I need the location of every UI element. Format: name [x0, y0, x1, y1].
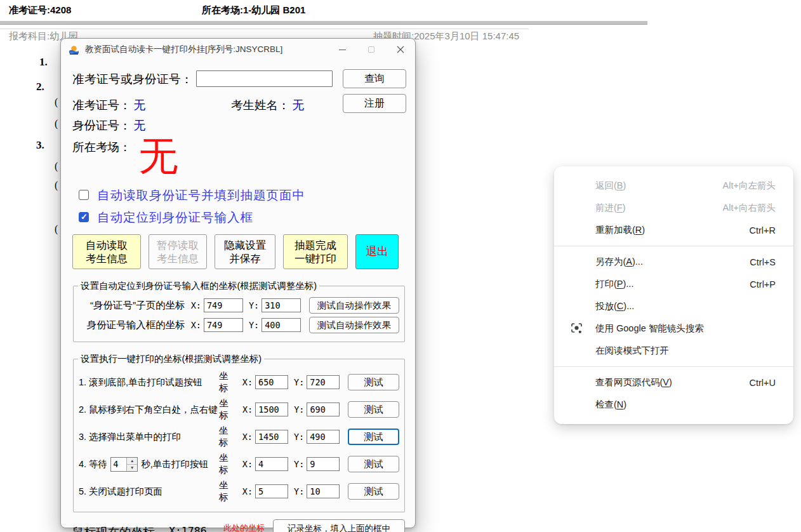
print-step5-label: 5. 关闭试题打印页面 — [79, 486, 218, 498]
idbox-coord-label: 身份证号输入框的坐标 — [79, 319, 185, 332]
step3-y-input[interactable] — [307, 430, 340, 444]
menu-item-view-source[interactable]: 查看网页源代码(V) Ctrl+U — [554, 371, 793, 394]
menu-item-inspect[interactable]: 检查(N) — [554, 394, 793, 416]
y-label: Y: — [294, 432, 304, 442]
record-coords-button[interactable]: 记录坐标，填入上面的框中 Alt+X键停止跟踪(X) — [273, 519, 405, 532]
dialog-title: 教资面试自动读卡一键打印外挂[序列号:JNSYCRBL] — [85, 44, 282, 55]
menu-item-back[interactable]: 返回(B) Alt+向左箭头 — [554, 175, 793, 197]
query-button[interactable]: 查询 — [343, 69, 406, 88]
subpage-y-input[interactable] — [261, 298, 301, 312]
locate-coords-group-title: 设置自动定位到身份证号输入框的坐标(根据测试调整坐标) — [78, 280, 319, 292]
test-auto-action-button[interactable]: 测试自动操作效果 — [309, 297, 399, 314]
minimize-button[interactable] — [328, 39, 357, 60]
close-icon — [397, 46, 404, 53]
step5-y-input[interactable] — [307, 484, 340, 498]
id-number-value: 无 — [134, 117, 146, 133]
x-label: X: — [242, 377, 253, 387]
option-row-autofill[interactable]: ✓ 自动读取身份证号并填到抽题页面中 — [72, 187, 406, 203]
minimize-icon — [339, 50, 346, 50]
spinner-down-icon[interactable]: ▼ — [127, 465, 137, 471]
coord-label: 坐标 — [219, 397, 237, 422]
step1-x-input[interactable] — [255, 375, 288, 389]
idbox-y-input[interactable] — [261, 318, 301, 332]
venue-value: 无 — [139, 136, 178, 176]
admission-value: 无 — [134, 97, 146, 113]
wait-seconds-input[interactable] — [111, 458, 126, 471]
x-label: X: — [242, 459, 253, 469]
mouse-coords-label: 鼠标现在的坐标， — [72, 524, 166, 532]
hide-settings-button[interactable]: 隐藏设置并保存 — [215, 234, 275, 269]
test-button[interactable]: 测试 — [348, 483, 399, 500]
test-button[interactable]: 测试 — [348, 456, 399, 472]
test-button[interactable]: 测试 — [348, 401, 399, 418]
list-paren: ( — [55, 223, 58, 235]
auto-read-button[interactable]: 自动读取考生信息 — [72, 234, 141, 269]
menu-item-save-as[interactable]: 另存为(A)... Ctrl+S — [554, 251, 793, 273]
y-label: Y: — [294, 377, 304, 387]
y-label: Y: — [294, 404, 304, 415]
header-admission-number: 准考证号:4208 — [9, 4, 71, 17]
subpage-x-input[interactable] — [204, 298, 243, 312]
coord-label: 坐标 — [219, 452, 237, 476]
coords-offset-warning: 此处的坐标 与抽题页面 会有偏差 — [223, 523, 265, 532]
close-button[interactable] — [386, 39, 415, 60]
register-button[interactable]: 注册 — [343, 94, 406, 113]
check-icon: ✓ — [81, 212, 88, 222]
step4-y-input[interactable] — [307, 457, 340, 471]
mouse-x-value: X:1786 — [169, 525, 207, 532]
step3-x-input[interactable] — [255, 430, 288, 444]
wait-seconds-spinner[interactable]: ▲ ▼ — [110, 457, 138, 472]
id-number-label: 身份证号： — [72, 117, 131, 133]
menu-item-print[interactable]: 打印(P)... Ctrl+P — [554, 273, 793, 295]
test-auto-action-button[interactable]: 测试自动操作效果 — [309, 317, 399, 333]
print-step2-label: 2. 鼠标移到右下角空白处，点右键 — [79, 404, 218, 416]
coord-label: 坐标 — [219, 479, 237, 503]
dialog-titlebar[interactable]: 教资面试自动读卡一键打印外挂[序列号:JNSYCRBL] — [61, 39, 415, 60]
menu-separator — [554, 366, 793, 367]
admission-label: 准考证号： — [72, 97, 131, 113]
header-divider-line — [0, 29, 529, 29]
list-paren: ( — [55, 96, 58, 108]
step4-x-input[interactable] — [255, 457, 288, 471]
step5-x-input[interactable] — [255, 484, 288, 498]
query-input[interactable] — [196, 70, 333, 87]
y-label: Y: — [294, 486, 304, 496]
step2-x-input[interactable] — [255, 402, 288, 416]
print-helper-dialog: 教资面试自动读卡一键打印外挂[序列号:JNSYCRBL] 准考证号或身份证号： … — [60, 38, 416, 528]
autolocate-checkbox[interactable]: ✓ — [79, 212, 89, 222]
menu-item-reading-mode[interactable]: 在阅读模式下打开 — [554, 340, 793, 362]
list-paren: ( — [55, 161, 58, 172]
list-number-1: 1. — [39, 56, 48, 69]
x-label: X: — [191, 300, 201, 310]
pause-read-button[interactable]: 暂停读取考生信息 — [149, 234, 207, 269]
print-step4-label: 4. 等待 ▲ ▼ 秒,单击打印按钮 — [79, 457, 218, 472]
maximize-button[interactable] — [357, 39, 386, 60]
step2-y-input[interactable] — [307, 402, 340, 416]
autofill-checkbox[interactable]: ✓ — [79, 190, 89, 200]
coord-label: 坐标 — [219, 425, 237, 449]
menu-item-reload[interactable]: 重新加载(R) Ctrl+R — [554, 219, 793, 241]
idbox-x-input[interactable] — [204, 318, 243, 332]
list-paren: ( — [55, 180, 58, 191]
browser-context-menu: 返回(B) Alt+向左箭头 前进(F) Alt+向右箭头 重新加载(R) Ct… — [554, 166, 793, 424]
x-label: X: — [242, 432, 253, 442]
list-number-2: 2. — [36, 81, 44, 93]
option-row-autolocate[interactable]: ✓ 自动定位到身份证号输入框 — [72, 209, 406, 225]
test-button[interactable]: 测试 — [348, 374, 399, 390]
print-step1-label: 1. 滚到底部,单击打印试题按钮 — [79, 376, 218, 389]
list-paren: ( — [55, 118, 58, 130]
menu-item-forward[interactable]: 前进(F) Alt+向右箭头 — [554, 197, 793, 219]
header-venue: 所在考场:1-幼儿园 B201 — [202, 4, 305, 17]
print-coords-group-title: 设置执行一键打印的坐标(根据测试调整坐标) — [78, 353, 264, 365]
spinner-up-icon[interactable]: ▲ — [127, 458, 137, 465]
candidate-name-label: 考生姓名： — [231, 97, 290, 113]
menu-item-google-lens[interactable]: 使用 Google 智能镜头搜索 — [554, 317, 793, 340]
one-key-print-button[interactable]: 抽题完成一键打印 — [283, 234, 348, 269]
menu-item-cast[interactable]: 投放(C)... — [554, 295, 793, 317]
exit-button[interactable]: 退出 — [355, 234, 399, 269]
y-label: Y: — [294, 459, 304, 469]
test-button[interactable]: 测试 — [348, 429, 399, 445]
query-label: 准考证号或身份证号： — [72, 71, 193, 87]
header-divider-bar — [0, 21, 647, 25]
step1-y-input[interactable] — [307, 375, 340, 389]
